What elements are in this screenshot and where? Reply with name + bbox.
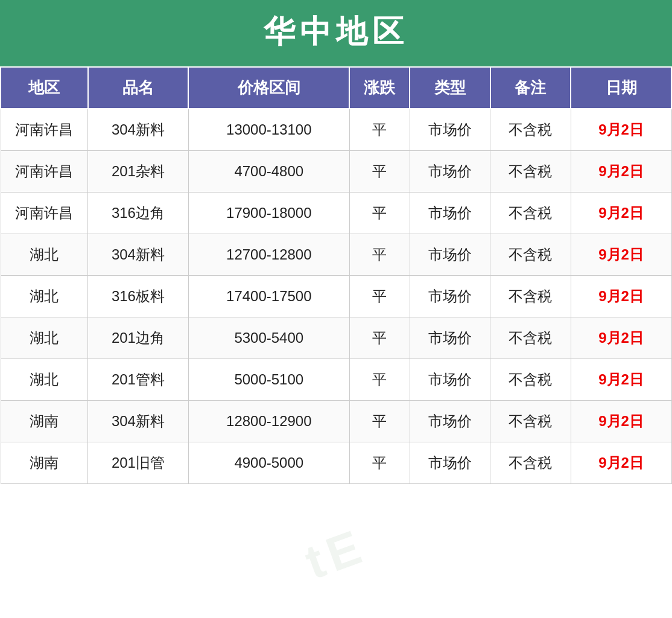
cell-name: 201管料 — [88, 359, 189, 401]
table-row: 湖北316板料17400-17500平市场价不含税9月2日 — [1, 276, 671, 317]
cell-note: 不含税 — [490, 359, 571, 401]
header-note: 备注 — [490, 67, 571, 109]
header-date: 日期 — [571, 67, 671, 109]
table-row: 湖北304新料12700-12800平市场价不含税9月2日 — [1, 234, 671, 276]
cell-date: 9月2日 — [571, 442, 671, 484]
table-row: 河南许昌316边角17900-18000平市场价不含税9月2日 — [1, 193, 671, 234]
table-row: 湖北201边角5300-5400平市场价不含税9月2日 — [1, 317, 671, 359]
table-row: 湖北201管料5000-5100平市场价不含税9月2日 — [1, 359, 671, 401]
cell-price: 4900-5000 — [188, 442, 349, 484]
cell-name: 304新料 — [88, 234, 189, 276]
cell-type: 市场价 — [410, 276, 490, 317]
cell-date: 9月2日 — [571, 359, 671, 401]
cell-region: 湖北 — [1, 276, 88, 317]
cell-price: 17400-17500 — [188, 276, 349, 317]
cell-name: 201边角 — [88, 317, 189, 359]
cell-region: 湖南 — [1, 442, 88, 484]
cell-price: 17900-18000 — [188, 193, 349, 234]
cell-date: 9月2日 — [571, 276, 671, 317]
cell-price: 12700-12800 — [188, 234, 349, 276]
cell-change: 平 — [349, 109, 410, 151]
cell-change: 平 — [349, 401, 410, 442]
page-title: 华中地区 — [0, 0, 672, 66]
table-row: 湖南304新料12800-12900平市场价不含税9月2日 — [1, 401, 671, 442]
table-header-row: 地区 品名 价格区间 涨跌 类型 备注 日期 — [1, 67, 671, 109]
cell-price: 5000-5100 — [188, 359, 349, 401]
cell-change: 平 — [349, 442, 410, 484]
cell-name: 201旧管 — [88, 442, 189, 484]
cell-price: 12800-12900 — [188, 401, 349, 442]
cell-note: 不含税 — [490, 151, 571, 193]
cell-note: 不含税 — [490, 401, 571, 442]
cell-change: 平 — [349, 359, 410, 401]
cell-type: 市场价 — [410, 442, 490, 484]
header-change: 涨跌 — [349, 67, 410, 109]
cell-region: 湖北 — [1, 317, 88, 359]
cell-type: 市场价 — [410, 234, 490, 276]
header-name: 品名 — [88, 67, 189, 109]
cell-type: 市场价 — [410, 317, 490, 359]
table-row: 湖南201旧管4900-5000平市场价不含税9月2日 — [1, 442, 671, 484]
cell-note: 不含税 — [490, 317, 571, 359]
cell-date: 9月2日 — [571, 234, 671, 276]
cell-name: 304新料 — [88, 401, 189, 442]
cell-name: 316边角 — [88, 193, 189, 234]
cell-note: 不含税 — [490, 234, 571, 276]
table-row: 河南许昌201杂料4700-4800平市场价不含税9月2日 — [1, 151, 671, 193]
cell-date: 9月2日 — [571, 401, 671, 442]
cell-change: 平 — [349, 151, 410, 193]
cell-type: 市场价 — [410, 401, 490, 442]
cell-region: 河南许昌 — [1, 151, 88, 193]
cell-region: 河南许昌 — [1, 109, 88, 151]
cell-change: 平 — [349, 234, 410, 276]
cell-name: 201杂料 — [88, 151, 189, 193]
cell-region: 湖北 — [1, 359, 88, 401]
cell-type: 市场价 — [410, 359, 490, 401]
price-table: 地区 品名 价格区间 涨跌 类型 备注 日期 河南许昌304新料13000-13… — [0, 66, 672, 484]
cell-change: 平 — [349, 317, 410, 359]
page-container: 华中地区 地区 品名 价格区间 涨跌 类型 备注 日期 河南许昌304新料130… — [0, 0, 672, 618]
cell-price: 13000-13100 — [188, 109, 349, 151]
cell-change: 平 — [349, 193, 410, 234]
cell-name: 304新料 — [88, 109, 189, 151]
cell-date: 9月2日 — [571, 109, 671, 151]
cell-change: 平 — [349, 276, 410, 317]
cell-note: 不含税 — [490, 109, 571, 151]
cell-name: 316板料 — [88, 276, 189, 317]
header-price: 价格区间 — [188, 67, 349, 109]
cell-note: 不含税 — [490, 193, 571, 234]
cell-type: 市场价 — [410, 151, 490, 193]
cell-note: 不含税 — [490, 276, 571, 317]
cell-date: 9月2日 — [571, 193, 671, 234]
cell-price: 4700-4800 — [188, 151, 349, 193]
header-type: 类型 — [410, 67, 490, 109]
cell-note: 不含税 — [490, 442, 571, 484]
cell-region: 河南许昌 — [1, 193, 88, 234]
cell-region: 湖南 — [1, 401, 88, 442]
header-region: 地区 — [1, 67, 88, 109]
table-row: 河南许昌304新料13000-13100平市场价不含税9月2日 — [1, 109, 671, 151]
cell-date: 9月2日 — [571, 151, 671, 193]
cell-region: 湖北 — [1, 234, 88, 276]
cell-type: 市场价 — [410, 109, 490, 151]
cell-date: 9月2日 — [571, 317, 671, 359]
cell-type: 市场价 — [410, 193, 490, 234]
cell-price: 5300-5400 — [188, 317, 349, 359]
